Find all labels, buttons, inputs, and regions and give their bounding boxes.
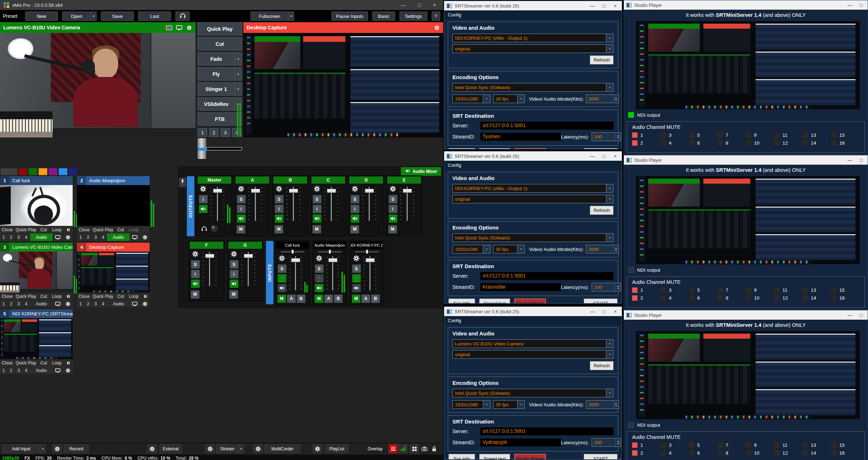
gear-icon[interactable] bbox=[316, 255, 323, 263]
stream-button[interactable]: Stream▾ bbox=[216, 444, 244, 453]
speaker-icon[interactable] bbox=[351, 214, 359, 223]
input-close-button[interactable]: Close bbox=[77, 226, 91, 233]
title-bar[interactable]: SRTStreamer ver 0.6 (build 25) — □ × bbox=[444, 151, 622, 161]
mute-checkbox[interactable] bbox=[802, 295, 808, 301]
gear-icon[interactable] bbox=[278, 255, 285, 263]
gear-icon[interactable] bbox=[389, 185, 396, 194]
color-swatch[interactable] bbox=[29, 168, 37, 175]
format-select[interactable]: original ▼ bbox=[452, 350, 614, 359]
gear-icon[interactable] bbox=[186, 25, 192, 30]
streamid-input[interactable]: Tyumen bbox=[480, 133, 561, 141]
speaker-icon[interactable] bbox=[278, 284, 286, 292]
fader-handle[interactable] bbox=[213, 189, 222, 193]
mute-checkbox[interactable] bbox=[774, 450, 780, 456]
overlay-number-button[interactable]: 2 bbox=[8, 367, 15, 374]
volume-fader[interactable] bbox=[324, 256, 341, 294]
bus-a-button[interactable]: A bbox=[287, 295, 296, 303]
mute-button[interactable]: M bbox=[315, 295, 323, 303]
video-bitrate-spinner[interactable]: 2000 bbox=[586, 95, 619, 103]
speaker-icon[interactable] bbox=[199, 205, 208, 213]
pause-button[interactable] bbox=[64, 359, 73, 366]
overlay-number-button[interactable]: 4 bbox=[100, 233, 107, 241]
color-swatch[interactable] bbox=[19, 168, 27, 175]
overlay-number-button[interactable]: 1 bbox=[0, 300, 7, 308]
transition-tbar-handle[interactable] bbox=[198, 138, 206, 159]
resolution-select[interactable]: 1920x1080 ▼ bbox=[452, 95, 490, 103]
minimize-button[interactable]: — bbox=[844, 313, 855, 318]
lock-button[interactable] bbox=[431, 444, 438, 453]
mute-checkbox[interactable] bbox=[632, 132, 637, 138]
overlay-menu-button[interactable] bbox=[389, 444, 398, 453]
player-video[interactable] bbox=[636, 176, 860, 264]
input-title-bar[interactable]: 2Audio Микрофон bbox=[77, 176, 150, 185]
chevron-down-icon[interactable]: ▾ bbox=[288, 12, 294, 20]
mute-checkbox[interactable] bbox=[660, 295, 666, 301]
fullscreen-button[interactable]: Fullscreen▾ bbox=[251, 11, 294, 21]
maximize-button[interactable]: □ bbox=[855, 158, 867, 163]
ndi-output-checkbox[interactable] bbox=[628, 112, 634, 118]
pause-button[interactable] bbox=[64, 293, 73, 300]
server-input[interactable]: srt://127.0.0.1:5001 bbox=[480, 427, 614, 435]
mute-checkbox[interactable] bbox=[717, 132, 723, 138]
mute-checkbox[interactable] bbox=[689, 287, 694, 293]
solo-button[interactable]: S bbox=[275, 195, 283, 203]
input-cut-button[interactable]: Cut bbox=[38, 226, 50, 233]
fader-handle[interactable] bbox=[251, 189, 260, 193]
overlay-number-button[interactable]: 3 bbox=[15, 367, 22, 374]
video-bitrate-spinner[interactable]: 2000 bbox=[586, 245, 619, 253]
speaker-icon[interactable] bbox=[313, 214, 321, 223]
refresh-button[interactable]: Refresh bbox=[590, 206, 614, 215]
start-button[interactable]: START bbox=[584, 148, 617, 149]
input-thumbnail[interactable] bbox=[0, 318, 73, 359]
volume-fader[interactable] bbox=[239, 251, 258, 290]
title-bar[interactable]: Studio Player — □ bbox=[624, 155, 868, 165]
chevron-down-icon[interactable]: ▾ bbox=[40, 445, 45, 453]
bus-a-button[interactable]: A bbox=[324, 295, 333, 303]
chevron-down-icon[interactable]: ▾ bbox=[234, 68, 242, 80]
input-loop-button[interactable]: Loop bbox=[127, 293, 140, 300]
chevron-down-icon[interactable]: ▼ bbox=[606, 350, 613, 358]
mute-checkbox[interactable] bbox=[774, 132, 780, 138]
title-bar[interactable]: SRTStreamer ver 0.6 (build 25) — □ × bbox=[444, 307, 622, 316]
record-settings-gear-icon[interactable] bbox=[52, 444, 62, 453]
config-menu-item[interactable]: Config bbox=[448, 163, 461, 168]
audio-bitrate-select[interactable]: 512 ▼ bbox=[622, 400, 622, 409]
minimize-button[interactable]: — bbox=[844, 3, 855, 8]
transition-button[interactable]: Quick Play bbox=[198, 22, 242, 35]
monitor-icon[interactable] bbox=[176, 25, 182, 30]
input-loop-button[interactable]: Loop bbox=[50, 226, 63, 233]
fader-handle[interactable] bbox=[365, 189, 374, 193]
save-button[interactable]: Save bbox=[101, 11, 134, 21]
speaker-icon[interactable] bbox=[389, 214, 397, 223]
external-button[interactable]: External bbox=[160, 444, 182, 453]
gear-icon[interactable] bbox=[314, 185, 320, 194]
record-button[interactable]: Record bbox=[64, 444, 89, 453]
pan-handle[interactable] bbox=[291, 250, 294, 254]
info-button[interactable]: i bbox=[389, 205, 397, 213]
last-button[interactable]: Last bbox=[138, 11, 171, 21]
volume-fader[interactable] bbox=[287, 256, 304, 294]
color-swatch[interactable] bbox=[49, 168, 57, 175]
pan-handle[interactable] bbox=[329, 250, 331, 254]
solo-button[interactable]: S bbox=[230, 260, 238, 268]
minimize-button[interactable]: — bbox=[587, 154, 598, 159]
multicorder-button[interactable]: MultiCorder bbox=[265, 444, 300, 453]
mute-checkbox[interactable] bbox=[802, 450, 808, 456]
fader-handle[interactable] bbox=[244, 254, 253, 258]
chevron-down-icon[interactable]: ▾ bbox=[234, 53, 242, 65]
audio-meters-button[interactable] bbox=[399, 444, 408, 453]
mute-checkbox[interactable] bbox=[689, 442, 694, 448]
close-button[interactable]: × bbox=[610, 309, 621, 314]
stream-settings-gear-icon[interactable] bbox=[205, 444, 215, 453]
player-video[interactable] bbox=[636, 21, 860, 109]
mute-button[interactable]: M bbox=[352, 295, 360, 303]
sysinfo-button[interactable]: Sys.Info bbox=[448, 148, 475, 149]
volume-fader[interactable] bbox=[360, 186, 379, 224]
info-button[interactable]: i bbox=[313, 205, 321, 213]
overlay-number-button[interactable]: 1 bbox=[77, 233, 84, 241]
input-thumbnail[interactable] bbox=[0, 252, 73, 292]
outputs-tab[interactable]: OUTPUTS bbox=[187, 176, 194, 236]
format-select[interactable]: original ▼ bbox=[452, 195, 614, 203]
fader-handle[interactable] bbox=[328, 258, 338, 262]
sysinfo-button[interactable]: Sys.Info bbox=[448, 454, 475, 460]
